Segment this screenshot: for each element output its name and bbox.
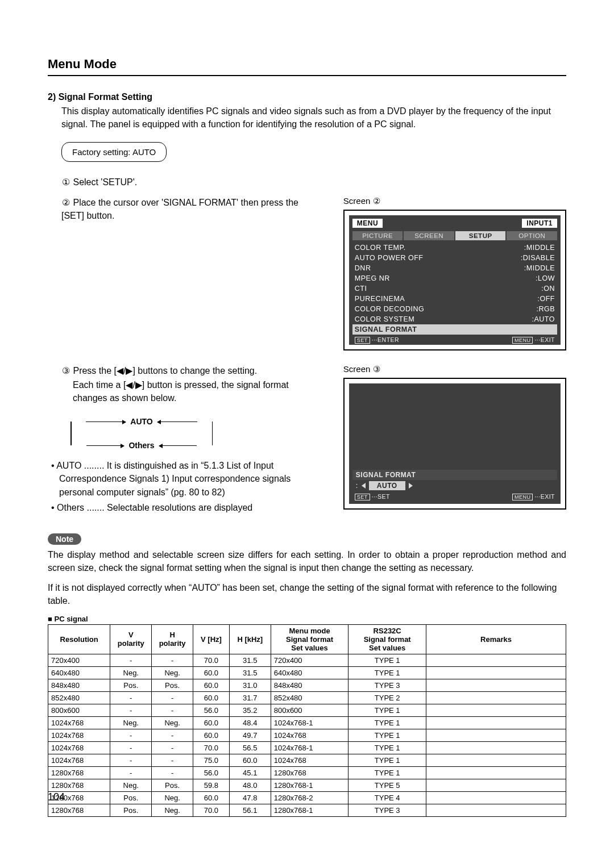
osd-row-key: COLOR SYSTEM bbox=[355, 315, 414, 323]
factory-setting-pill: Factory setting: AUTO bbox=[61, 142, 167, 162]
table-row: 1280x768Pos.Neg.70.056.11280x768-1TYPE 3 bbox=[48, 804, 566, 816]
table-cell: TYPE 1 bbox=[349, 754, 426, 766]
table-cell: - bbox=[152, 691, 193, 704]
table-cell: 1024x768 bbox=[48, 741, 110, 754]
table-cell bbox=[426, 766, 566, 779]
table-cell: 45.1 bbox=[229, 766, 271, 779]
table-cell: - bbox=[110, 741, 152, 754]
intro-text: This display automatically identifies PC… bbox=[61, 105, 566, 131]
table-cell: TYPE 1 bbox=[349, 741, 426, 754]
table-cell: 59.8 bbox=[193, 779, 230, 791]
note-p1: The display method and selectable screen… bbox=[48, 548, 566, 574]
table-cell bbox=[426, 741, 566, 754]
table-cell: Pos. bbox=[110, 679, 152, 691]
step-3a-text: Press the [◀/▶] buttons to change the se… bbox=[73, 366, 257, 375]
table-row: 800x600--56.035.2800x600TYPE 1 bbox=[48, 704, 566, 716]
others-bullet: • Others ....... Selectable resolutions … bbox=[59, 501, 323, 514]
table-cell: 75.0 bbox=[193, 754, 230, 766]
section-heading: 2) Signal Format Setting bbox=[48, 92, 566, 102]
osd-tab-picture: PICTURE bbox=[352, 231, 403, 240]
osd-row-key: DNR bbox=[355, 264, 371, 272]
table-row: 1280x768Neg.Pos.59.848.01280x768-1TYPE 5 bbox=[48, 779, 566, 791]
table-cell: - bbox=[152, 704, 193, 716]
th-vpolarity: Vpolarity bbox=[110, 624, 152, 654]
table-cell: 49.7 bbox=[229, 729, 271, 741]
table-cell: TYPE 3 bbox=[349, 804, 426, 816]
table-cell: - bbox=[152, 766, 193, 779]
osd-row-val: :ON bbox=[541, 285, 555, 293]
table-cell: TYPE 4 bbox=[349, 791, 426, 804]
table-cell bbox=[426, 654, 566, 666]
table-cell: 1280x768 bbox=[48, 766, 110, 779]
table-cell: Neg. bbox=[152, 666, 193, 679]
table-cell: 1024x768 bbox=[48, 729, 110, 741]
osd-row-key: PURECINEMA bbox=[355, 295, 405, 303]
note-pill: Note bbox=[48, 533, 81, 545]
table-title: ■ PC signal bbox=[48, 615, 566, 623]
table-cell: 60.0 bbox=[193, 666, 230, 679]
table-cell: 70.0 bbox=[193, 804, 230, 816]
table-cell: TYPE 1 bbox=[349, 729, 426, 741]
table-cell: - bbox=[152, 654, 193, 666]
cycle-others-label: Others bbox=[128, 441, 154, 450]
th-resolution: Resolution bbox=[48, 624, 110, 654]
cycle-diagram: AUTO Others bbox=[70, 416, 213, 451]
table-cell: - bbox=[152, 754, 193, 766]
osd-row-val: :AUTO bbox=[532, 315, 555, 323]
table-cell: Neg. bbox=[152, 791, 193, 804]
table-cell: Pos. bbox=[110, 804, 152, 816]
table-cell: 70.0 bbox=[193, 741, 230, 754]
table-cell: Neg. bbox=[110, 779, 152, 791]
circled-3-icon: ③ bbox=[61, 364, 70, 377]
auto-bullet: • AUTO ........ It is distinguished as i… bbox=[59, 459, 323, 499]
table-cell: 848x480 bbox=[48, 679, 110, 691]
osd-menu-badge: MENU bbox=[352, 219, 383, 228]
table-cell: 60.0 bbox=[193, 729, 230, 741]
table-cell: 48.4 bbox=[229, 716, 271, 729]
osd-row-val: :MIDDLE bbox=[524, 244, 555, 252]
circled-2-icon: ② bbox=[61, 196, 70, 209]
triangle-right-icon bbox=[409, 483, 413, 489]
osd-tabs: PICTURE SCREEN SETUP OPTION bbox=[352, 231, 557, 240]
osd-row: AUTO POWER OFF:DISABLE bbox=[352, 253, 557, 263]
table-row: 1024x768--70.056.51024x768-1TYPE 1 bbox=[48, 741, 566, 754]
table-cell: 60.0 bbox=[193, 691, 230, 704]
table-cell: 56.5 bbox=[229, 741, 271, 754]
table-cell: 720x400 bbox=[271, 654, 349, 666]
osd-row-val: :MIDDLE bbox=[524, 264, 555, 272]
table-cell: Neg. bbox=[152, 804, 193, 816]
table-cell: 47.8 bbox=[229, 791, 271, 804]
table-cell: 1024x768 bbox=[271, 729, 349, 741]
auto-label: AUTO bbox=[56, 461, 81, 470]
table-cell: TYPE 1 bbox=[349, 716, 426, 729]
step-2: ② Place the cursor over 'SIGNAL FORMAT' … bbox=[61, 196, 323, 222]
table-cell: 70.0 bbox=[193, 654, 230, 666]
table-row: 1024x768Neg.Neg.60.048.41024x768-1TYPE 1 bbox=[48, 716, 566, 729]
others-label: Others bbox=[57, 503, 84, 512]
pc-signal-table: Resolution Vpolarity Hpolarity V [Hz] H … bbox=[48, 624, 566, 817]
table-cell: 31.5 bbox=[229, 654, 271, 666]
osd-tab-option: OPTION bbox=[507, 231, 557, 240]
osd-row-key: COLOR DECODING bbox=[355, 305, 424, 313]
osd-row-key: MPEG NR bbox=[355, 274, 390, 282]
table-cell: - bbox=[110, 729, 152, 741]
table-cell: TYPE 1 bbox=[349, 704, 426, 716]
table-row: 1280x768Pos.Neg.60.047.81280x768-2TYPE 4 bbox=[48, 791, 566, 804]
table-row: 1024x768--75.060.01024x768TYPE 1 bbox=[48, 754, 566, 766]
table-cell: 1024x768-1 bbox=[271, 741, 349, 754]
osd3-foot-right: MENU···EXIT bbox=[512, 493, 555, 500]
osd-row: COLOR SYSTEM:AUTO bbox=[352, 314, 557, 324]
osd3-value: AUTO bbox=[369, 481, 405, 490]
table-cell: 1024x768 bbox=[48, 754, 110, 766]
table-row: 640x480Neg.Neg.60.031.5640x480TYPE 1 bbox=[48, 666, 566, 679]
table-cell bbox=[426, 716, 566, 729]
table-cell: 1280x768-1 bbox=[271, 804, 349, 816]
table-cell bbox=[426, 691, 566, 704]
table-cell bbox=[426, 679, 566, 691]
table-cell: 31.7 bbox=[229, 691, 271, 704]
osd-row: COLOR DECODING:RGB bbox=[352, 304, 557, 314]
table-cell: 56.0 bbox=[193, 704, 230, 716]
osd-row: DNR:MIDDLE bbox=[352, 263, 557, 273]
table-cell: - bbox=[152, 741, 193, 754]
table-row: 1280x768--56.045.11280x768TYPE 1 bbox=[48, 766, 566, 779]
